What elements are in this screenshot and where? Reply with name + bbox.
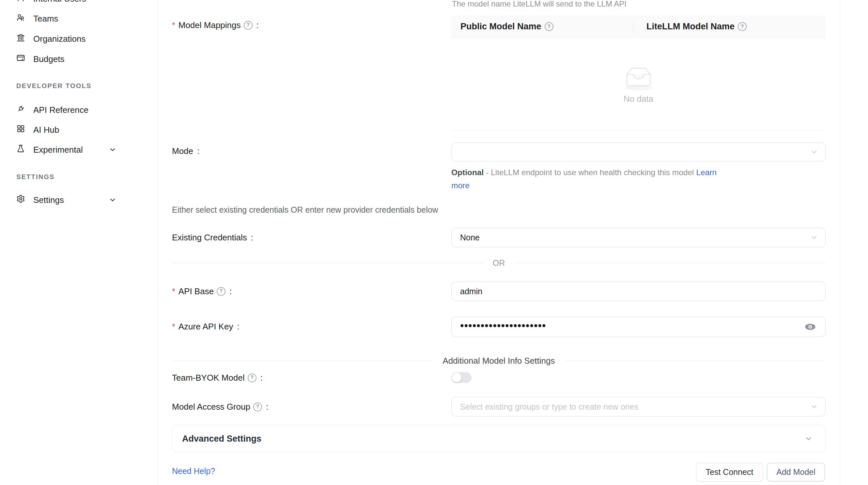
advanced-settings-panel[interactable]: Advanced Settings [172, 425, 826, 452]
test-connect-button[interactable]: Test Connect [696, 463, 763, 481]
add-model-form: The model name LiteLLM will send to the … [158, 0, 868, 485]
api-base-label: * API Base ? : [172, 281, 232, 301]
credentials-note: Either select existing credentials OR en… [172, 205, 438, 215]
mode-hint: Optional - LiteLLM endpoint to use when … [451, 166, 717, 192]
sidebar-item-label: Budgets [33, 54, 64, 64]
add-model-button[interactable]: Add Model [767, 463, 825, 481]
required-asterisk: * [172, 287, 175, 296]
learn-more-link[interactable]: Learn [696, 168, 717, 177]
chevron-down-icon [108, 146, 117, 154]
user-icon [16, 0, 25, 4]
bank-icon [16, 33, 25, 44]
help-question-icon[interactable]: ? [244, 21, 253, 30]
required-asterisk: * [172, 322, 175, 331]
need-help-link[interactable]: Need Help? [172, 466, 215, 476]
existing-credentials-label: Existing Credentials : [172, 227, 253, 248]
model-access-group-label: Model Access Group ? : [172, 397, 268, 417]
sidebar-item-label: Organizations [33, 34, 86, 44]
azure-api-key-label: * Azure API Key : [172, 316, 240, 336]
grid-icon [16, 124, 25, 135]
no-data-text: No data [624, 94, 653, 104]
help-question-icon[interactable]: ? [217, 287, 225, 296]
chevron-down-icon [108, 196, 117, 204]
users-icon [16, 13, 25, 24]
help-question-icon[interactable]: ? [253, 402, 262, 411]
sidebar-section-settings: SETTINGS [16, 172, 55, 181]
column-public-model-name: Public Model Name ? [451, 22, 633, 32]
mode-select[interactable] [451, 142, 826, 161]
sidebar-item-label: Internal Users [33, 0, 86, 4]
chevron-down-icon [804, 434, 813, 443]
toggle-knob [452, 373, 461, 382]
chevron-down-icon [810, 148, 818, 156]
sidebar-item-api-reference[interactable]: API Reference [0, 100, 157, 120]
sidebar-item-settings[interactable]: Settings [0, 190, 157, 210]
sidebar-item-label: AI Hub [33, 125, 59, 135]
learn-more-link[interactable]: more [451, 181, 470, 190]
sidebar-item-organizations[interactable]: Organizations [0, 29, 157, 49]
gear-icon [16, 194, 25, 205]
help-question-icon[interactable]: ? [738, 22, 747, 31]
sidebar-item-label: API Reference [33, 105, 88, 115]
team-byok-toggle[interactable] [451, 372, 471, 383]
api-base-input[interactable]: admin [451, 282, 826, 301]
masked-password-value: ••••••••••••••••••••• [460, 320, 546, 331]
column-litellm-model-name: LiteLLM Model Name ? [633, 22, 826, 32]
sidebar: Internal Users Teams Organizations Budge… [0, 0, 158, 485]
existing-credentials-select[interactable]: None [451, 228, 826, 247]
team-byok-label: Team-BYOK Model ? : [172, 367, 263, 388]
content-right-border [840, 0, 840, 485]
model-mappings-label: * Model Mappings ? : [172, 15, 259, 35]
or-divider: OR [172, 259, 826, 267]
sidebar-item-experimental[interactable]: Experimental [0, 139, 157, 160]
help-question-icon[interactable]: ? [248, 374, 256, 382]
required-asterisk: * [172, 21, 175, 30]
eye-icon[interactable] [804, 323, 816, 331]
help-question-icon[interactable]: ? [545, 22, 553, 31]
additional-settings-divider: Additional Model Info Settings [172, 356, 826, 365]
sidebar-item-label: Teams [33, 14, 58, 24]
chevron-down-icon [810, 233, 818, 241]
sidebar-section-developer-tools: DEVELOPER TOOLS [16, 82, 91, 90]
sidebar-item-ai-hub[interactable]: AI Hub [0, 120, 157, 140]
litellm-model-name-hint: The model name LiteLLM will send to the … [452, 0, 626, 8]
mode-label: Mode : [172, 141, 199, 161]
credit-card-icon [16, 54, 25, 65]
flask-icon [16, 144, 25, 155]
sidebar-item-teams[interactable]: Teams [0, 8, 157, 29]
plug-icon [16, 104, 25, 116]
empty-inbox-icon [621, 65, 656, 93]
sidebar-item-internal-users[interactable]: Internal Users [0, 0, 157, 9]
table-empty-state: No data [451, 38, 826, 130]
chevron-down-icon [810, 403, 818, 411]
table-header-row: Public Model Name ? LiteLLM Model Name ? [451, 15, 826, 38]
add-model-page: Internal Users Teams Organizations Budge… [0, 0, 868, 485]
sidebar-item-label: Experimental [33, 145, 83, 155]
model-mappings-table: Public Model Name ? LiteLLM Model Name ? [451, 15, 826, 130]
azure-api-key-input[interactable]: ••••••••••••••••••••• [451, 317, 826, 337]
sidebar-item-label: Settings [33, 195, 64, 205]
model-access-group-select[interactable]: Select existing groups or type to create… [451, 397, 826, 417]
sidebar-item-budgets[interactable]: Budgets [0, 49, 157, 69]
